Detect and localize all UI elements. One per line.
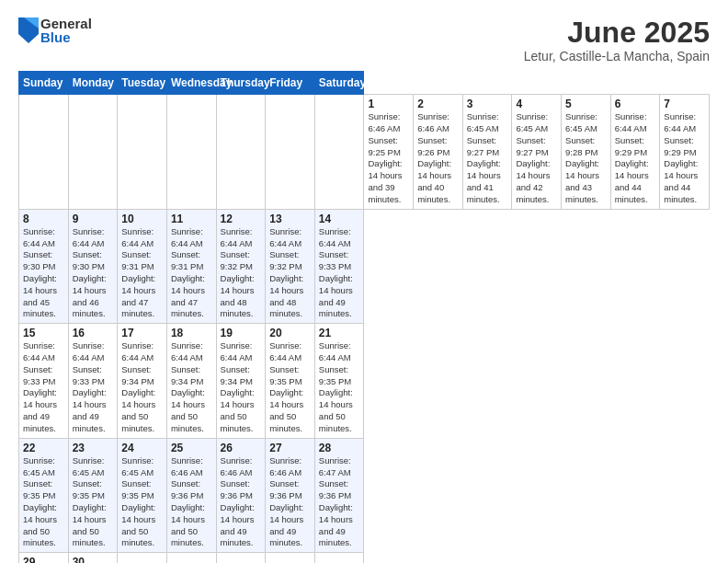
day-info: Sunrise: 6:46 AM Sunset: 9:26 PM Dayligh… (417, 111, 459, 206)
calendar-cell: 19Sunrise: 6:44 AM Sunset: 9:34 PM Dayli… (216, 324, 266, 439)
calendar-cell: 14Sunrise: 6:44 AM Sunset: 9:33 PM Dayli… (314, 209, 364, 324)
location: Letur, Castille-La Mancha, Spain (524, 49, 710, 63)
calendar-cell (314, 553, 364, 563)
calendar-cell: 12Sunrise: 6:44 AM Sunset: 9:32 PM Dayli… (216, 209, 266, 324)
day-info: Sunrise: 6:44 AM Sunset: 9:31 PM Dayligh… (171, 226, 212, 321)
week-row: 22Sunrise: 6:45 AM Sunset: 9:35 PM Dayli… (19, 438, 710, 553)
calendar-cell (266, 95, 315, 210)
col-monday: Monday (68, 72, 118, 95)
logo-icon (18, 17, 39, 43)
col-thursday: Thursday (216, 72, 266, 95)
day-info: Sunrise: 6:44 AM Sunset: 9:30 PM Dayligh… (73, 226, 114, 321)
header: General Blue June 2025 Letur, Castille-L… (18, 17, 710, 63)
day-info: Sunrise: 6:45 AM Sunset: 9:27 PM Dayligh… (467, 111, 508, 206)
day-number: 16 (73, 327, 114, 339)
day-info: Sunrise: 6:44 AM Sunset: 9:35 PM Dayligh… (319, 340, 360, 435)
week-row: 8Sunrise: 6:44 AM Sunset: 9:30 PM Daylig… (19, 209, 710, 324)
day-number: 1 (368, 98, 409, 110)
col-saturday: Saturday (314, 72, 364, 95)
day-number: 4 (516, 98, 557, 110)
day-number: 2 (417, 98, 459, 110)
day-number: 25 (171, 442, 212, 454)
calendar-cell: 30Sunrise: 6:47 AM Sunset: 9:36 PM Dayli… (68, 553, 118, 563)
calendar-cell: 26Sunrise: 6:46 AM Sunset: 9:36 PM Dayli… (216, 438, 266, 553)
calendar-cell: 21Sunrise: 6:44 AM Sunset: 9:35 PM Dayli… (314, 324, 364, 439)
day-info: Sunrise: 6:44 AM Sunset: 9:33 PM Dayligh… (23, 340, 64, 435)
day-number: 5 (565, 98, 607, 110)
day-number: 7 (664, 98, 705, 110)
calendar-cell: 4Sunrise: 6:45 AM Sunset: 9:27 PM Daylig… (512, 95, 562, 210)
calendar-cell: 23Sunrise: 6:45 AM Sunset: 9:35 PM Dayli… (68, 438, 118, 553)
day-number: 18 (171, 327, 212, 339)
title-block: June 2025 Letur, Castille-La Mancha, Spa… (524, 17, 710, 63)
day-number: 29 (23, 556, 64, 563)
calendar-cell: 13Sunrise: 6:44 AM Sunset: 9:32 PM Dayli… (266, 209, 315, 324)
calendar-cell: 1Sunrise: 6:46 AM Sunset: 9:25 PM Daylig… (364, 95, 414, 210)
calendar-body: 1Sunrise: 6:46 AM Sunset: 9:25 PM Daylig… (19, 95, 710, 563)
calendar-cell: 20Sunrise: 6:44 AM Sunset: 9:35 PM Dayli… (266, 324, 315, 439)
calendar-cell (19, 95, 69, 210)
calendar-cell: 16Sunrise: 6:44 AM Sunset: 9:33 PM Dayli… (68, 324, 118, 439)
day-info: Sunrise: 6:44 AM Sunset: 9:33 PM Dayligh… (73, 340, 114, 435)
calendar-cell: 6Sunrise: 6:44 AM Sunset: 9:29 PM Daylig… (610, 95, 660, 210)
calendar-cell (166, 553, 216, 563)
week-row: 15Sunrise: 6:44 AM Sunset: 9:33 PM Dayli… (19, 324, 710, 439)
day-number: 21 (319, 327, 360, 339)
month-title: June 2025 (524, 17, 710, 49)
calendar-cell: 3Sunrise: 6:45 AM Sunset: 9:27 PM Daylig… (462, 95, 512, 210)
day-info: Sunrise: 6:44 AM Sunset: 9:34 PM Dayligh… (121, 340, 163, 435)
calendar-cell: 5Sunrise: 6:45 AM Sunset: 9:28 PM Daylig… (562, 95, 611, 210)
day-info: Sunrise: 6:44 AM Sunset: 9:34 PM Dayligh… (221, 340, 262, 435)
day-number: 20 (269, 327, 311, 339)
logo-general: General (40, 17, 92, 30)
calendar-cell (266, 553, 315, 563)
day-info: Sunrise: 6:44 AM Sunset: 9:35 PM Dayligh… (269, 340, 311, 435)
calendar-header: Sunday Monday Tuesday Wednesday Thursday… (19, 72, 710, 95)
calendar-cell (216, 553, 266, 563)
calendar-cell: 15Sunrise: 6:44 AM Sunset: 9:33 PM Dayli… (19, 324, 69, 439)
logo: General Blue (18, 17, 92, 44)
day-number: 15 (23, 327, 64, 339)
day-number: 14 (319, 213, 360, 225)
calendar-cell: 18Sunrise: 6:44 AM Sunset: 9:34 PM Dayli… (166, 324, 216, 439)
calendar-cell (314, 95, 364, 210)
day-number: 26 (221, 442, 262, 454)
day-number: 8 (23, 213, 64, 225)
logo-text: General Blue (40, 17, 92, 44)
calendar-cell: 25Sunrise: 6:46 AM Sunset: 9:36 PM Dayli… (166, 438, 216, 553)
day-info: Sunrise: 6:47 AM Sunset: 9:36 PM Dayligh… (319, 455, 360, 550)
day-info: Sunrise: 6:44 AM Sunset: 9:31 PM Dayligh… (121, 226, 163, 321)
day-info: Sunrise: 6:46 AM Sunset: 9:36 PM Dayligh… (221, 455, 262, 550)
calendar: Sunday Monday Tuesday Wednesday Thursday… (18, 71, 710, 563)
calendar-cell: 8Sunrise: 6:44 AM Sunset: 9:30 PM Daylig… (19, 209, 69, 324)
calendar-cell: 2Sunrise: 6:46 AM Sunset: 9:26 PM Daylig… (414, 95, 463, 210)
calendar-cell: 27Sunrise: 6:46 AM Sunset: 9:36 PM Dayli… (266, 438, 315, 553)
day-number: 3 (467, 98, 508, 110)
col-friday: Friday (266, 72, 315, 95)
calendar-cell: 9Sunrise: 6:44 AM Sunset: 9:30 PM Daylig… (68, 209, 118, 324)
day-number: 12 (221, 213, 262, 225)
day-info: Sunrise: 6:46 AM Sunset: 9:25 PM Dayligh… (368, 111, 409, 206)
day-number: 13 (269, 213, 311, 225)
calendar-cell: 7Sunrise: 6:44 AM Sunset: 9:29 PM Daylig… (660, 95, 710, 210)
day-number: 30 (73, 556, 114, 563)
day-number: 24 (121, 442, 163, 454)
calendar-cell (118, 553, 167, 563)
day-number: 17 (121, 327, 163, 339)
day-number: 10 (121, 213, 163, 225)
day-number: 19 (221, 327, 262, 339)
calendar-cell (68, 95, 118, 210)
calendar-cell: 17Sunrise: 6:44 AM Sunset: 9:34 PM Dayli… (118, 324, 167, 439)
day-info: Sunrise: 6:44 AM Sunset: 9:29 PM Dayligh… (664, 111, 705, 206)
day-number: 23 (73, 442, 114, 454)
calendar-cell (166, 95, 216, 210)
day-info: Sunrise: 6:44 AM Sunset: 9:32 PM Dayligh… (269, 226, 311, 321)
page: General Blue June 2025 Letur, Castille-L… (0, 0, 728, 563)
day-info: Sunrise: 6:44 AM Sunset: 9:32 PM Dayligh… (221, 226, 262, 321)
day-info: Sunrise: 6:45 AM Sunset: 9:35 PM Dayligh… (73, 455, 114, 550)
col-wednesday: Wednesday (166, 72, 216, 95)
day-info: Sunrise: 6:44 AM Sunset: 9:33 PM Dayligh… (319, 226, 360, 321)
day-info: Sunrise: 6:45 AM Sunset: 9:35 PM Dayligh… (121, 455, 163, 550)
day-number: 28 (319, 442, 360, 454)
col-tuesday: Tuesday (118, 72, 167, 95)
